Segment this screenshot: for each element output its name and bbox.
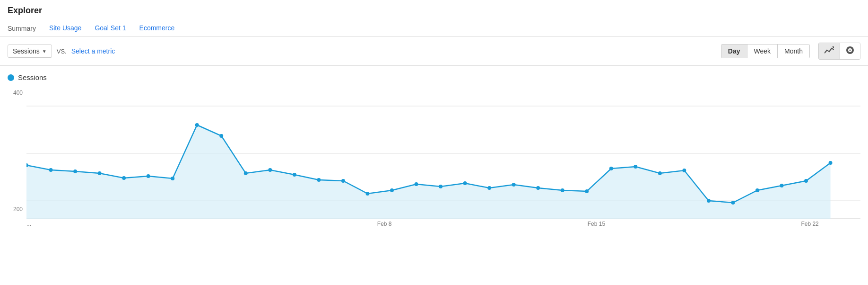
chart-container: 400 200 — [8, 87, 860, 248]
metric-label: Sessions — [13, 47, 40, 55]
scatter-chart-button[interactable] — [840, 43, 860, 59]
panel-title: Explorer — [8, 6, 860, 16]
svg-point-36 — [658, 171, 662, 175]
svg-point-12 — [73, 169, 77, 173]
svg-point-42 — [804, 179, 808, 183]
svg-point-41 — [780, 184, 784, 187]
svg-point-15 — [147, 174, 150, 178]
x-label-feb15: Feb 15 — [588, 221, 605, 227]
svg-point-29 — [487, 186, 491, 190]
chart-legend: Sessions — [8, 73, 860, 81]
line-chart-button[interactable] — [819, 43, 840, 59]
svg-point-34 — [609, 167, 613, 170]
x-axis: ... Feb 8 Feb 15 Feb 22 — [26, 221, 860, 229]
tab-summary: Summary — [8, 21, 36, 36]
tab-ecommerce[interactable]: Ecommerce — [139, 20, 175, 36]
svg-point-32 — [561, 188, 564, 192]
svg-point-37 — [682, 169, 686, 172]
svg-point-24 — [365, 192, 369, 196]
svg-point-43 — [829, 161, 833, 165]
svg-point-39 — [731, 201, 735, 205]
svg-point-27 — [439, 185, 443, 188]
svg-point-30 — [512, 183, 516, 187]
chart-area: Sessions 400 200 — [0, 66, 868, 248]
svg-point-4 — [850, 50, 851, 51]
metric-dropdown[interactable]: Sessions ▼ — [8, 45, 52, 58]
svg-point-18 — [219, 134, 223, 138]
y-label-400: 400 — [8, 89, 26, 96]
svg-point-40 — [755, 188, 759, 192]
svg-point-31 — [536, 186, 540, 190]
chart-svg — [26, 87, 860, 220]
week-button[interactable]: Week — [747, 45, 778, 58]
time-buttons-group: Day Week Month — [721, 44, 810, 58]
toolbar: Sessions ▼ VS. Select a metric Day Week … — [0, 37, 868, 66]
chart-plot — [26, 87, 860, 220]
y-axis: 400 200 — [8, 87, 26, 220]
legend-dot — [8, 74, 14, 81]
x-label-feb8: Feb 8 — [377, 221, 392, 227]
svg-point-14 — [122, 176, 126, 180]
svg-marker-9 — [26, 125, 831, 219]
legend-label: Sessions — [18, 73, 47, 81]
svg-point-28 — [463, 181, 467, 185]
svg-point-22 — [317, 178, 321, 182]
svg-point-23 — [341, 179, 345, 183]
svg-point-21 — [293, 173, 296, 177]
svg-point-35 — [634, 165, 637, 169]
vs-label: VS. — [57, 48, 67, 55]
x-label-start: ... — [26, 221, 31, 227]
svg-point-20 — [268, 168, 272, 172]
tab-bar: Summary Site Usage Goal Set 1 Ecommerce — [8, 20, 860, 36]
svg-point-17 — [195, 123, 199, 127]
y-label-200: 200 — [8, 206, 26, 213]
tab-site-usage[interactable]: Site Usage — [49, 20, 81, 36]
svg-point-25 — [390, 188, 394, 192]
day-button[interactable]: Day — [721, 45, 747, 58]
svg-point-11 — [49, 168, 53, 172]
svg-point-13 — [98, 171, 102, 175]
explorer-header: Explorer Summary Site Usage Goal Set 1 E… — [0, 0, 868, 37]
x-label-feb22: Feb 22 — [801, 221, 818, 227]
tab-goal-set-1[interactable]: Goal Set 1 — [95, 20, 126, 36]
svg-point-26 — [415, 182, 418, 186]
line-chart-icon — [825, 46, 834, 54]
explorer-panel: Explorer Summary Site Usage Goal Set 1 E… — [0, 0, 868, 248]
svg-point-19 — [244, 171, 248, 175]
chevron-down-icon: ▼ — [42, 49, 47, 54]
select-metric-link[interactable]: Select a metric — [71, 47, 115, 55]
svg-point-33 — [585, 189, 589, 193]
svg-point-38 — [707, 199, 711, 203]
chart-type-buttons-group — [818, 43, 860, 60]
scatter-chart-icon — [846, 46, 854, 54]
svg-point-16 — [171, 177, 174, 180]
month-button[interactable]: Month — [778, 45, 809, 58]
